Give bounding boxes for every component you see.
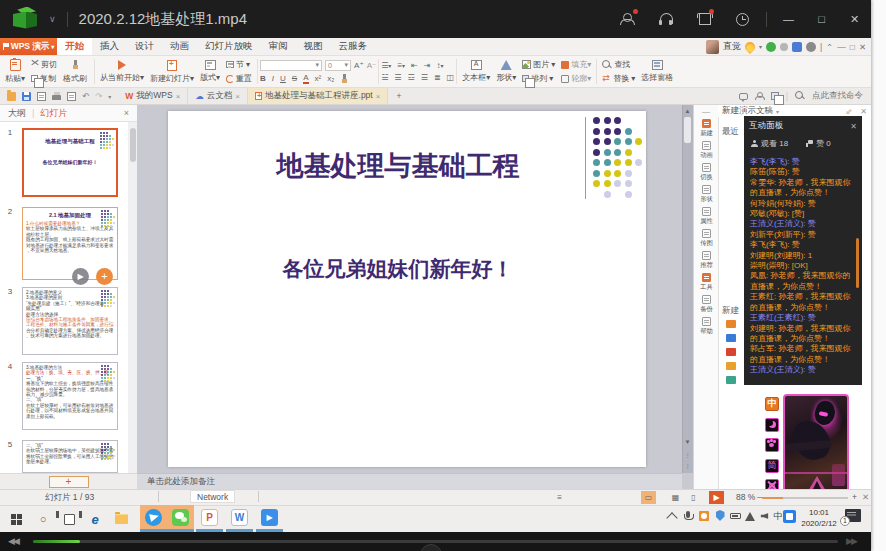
close-tab-icon[interactable]: × [235,92,240,101]
docer-icon[interactable] [792,42,802,52]
slide-area-scrollbar-thumb[interactable] [684,117,691,143]
decrease-font-icon[interactable]: A⁻ [367,61,377,70]
slide-thumbnail-1[interactable]: 地基处理与基础工程 各位兄弟姐妹们新年好！ [22,128,118,197]
fill-button[interactable]: 填充▾ [561,59,591,70]
hot-flame-icon[interactable] [743,39,757,53]
ime-effects-button[interactable] [765,438,779,452]
next-slide-button[interactable]: ⋮ [683,461,692,471]
rail-item[interactable]: 帮助 [699,317,714,336]
player-progress-track[interactable] [33,540,838,543]
reading-view-icon[interactable]: ▯ [686,491,701,504]
add-slide-button[interactable]: + [49,476,89,488]
add-slide-quick-button[interactable]: + [96,268,113,285]
template-icon[interactable] [726,320,736,328]
slides-panel-scrollbar[interactable] [128,122,137,473]
tray-expand-icon[interactable] [664,510,680,522]
panel-icon[interactable] [771,92,779,100]
zoom-in-icon[interactable]: + [852,492,857,502]
help-icon[interactable] [806,42,816,52]
chat-close-icon[interactable]: ✕ [850,122,857,131]
ime-skin-game-card[interactable] [783,394,849,496]
export-icon[interactable] [37,92,46,101]
menu-tab[interactable]: 开始 [57,38,92,55]
taskbar-app-w[interactable]: W [226,505,253,529]
font-size-select[interactable]: 0▾ [325,60,351,71]
slideshow-play-icon[interactable]: ▶ [709,491,724,504]
layout-button[interactable]: 版式▾ [197,60,223,83]
cortana-icon[interactable]: ○ [33,509,53,529]
shapes-button[interactable]: 形状▾ [493,60,519,83]
ime-simplified-button[interactable]: 简 [765,459,779,473]
menu-tab[interactable]: 审阅 [261,38,296,55]
template-icon[interactable] [726,348,736,356]
collapse-rail-icon[interactable]: — [702,107,710,116]
font-family-select[interactable]: ▾ [260,60,322,71]
columns-icon[interactable]: ◫ [447,73,455,82]
play-slide-button[interactable]: ▶ [72,268,89,285]
sync-icon[interactable] [766,42,776,52]
taskbar-app-browser[interactable] [140,505,167,529]
previous-slide-button[interactable]: ⋮ [683,450,692,460]
increase-font-icon[interactable]: A⁺ [354,61,364,70]
tray-mic-icon[interactable] [680,510,696,518]
notes-toggle-icon[interactable]: ≡ [552,491,567,504]
italic-button[interactable]: I [272,74,274,83]
template-icon[interactable] [726,334,736,342]
rail-item[interactable]: 推荐 [699,251,714,270]
chat-scrollbar-thumb[interactable] [856,238,859,288]
rail-item[interactable]: 属性 [699,207,714,226]
user-name[interactable]: 直觉 [723,40,741,53]
player-menu-chevron-icon[interactable]: ∨ [49,14,56,24]
slide-sorter-icon[interactable]: ▦ [668,491,683,504]
search-command-icon[interactable] [795,91,805,101]
share-users-icon[interactable] [609,6,647,32]
rail-item[interactable]: 传图 [699,229,714,248]
close-tab-icon[interactable]: × [376,92,381,101]
maximize-button[interactable]: □ [805,6,838,32]
minimize-button[interactable]: — [772,6,805,32]
print-icon[interactable] [52,95,61,100]
headphones-icon[interactable] [647,6,685,32]
bold-button[interactable]: B [260,74,266,83]
assistant-icon[interactable] [755,92,764,100]
cut-button[interactable]: 剪切 [31,59,57,70]
doc-tab-cloud-docs[interactable]: ☁云文档× [188,88,248,104]
align-right-icon[interactable]: ☲ [408,73,415,82]
reset-button[interactable]: 重置 [226,73,252,84]
taskbar-app-wps[interactable]: P [196,505,223,529]
task-view-icon[interactable] [59,509,79,529]
wps-restore-button[interactable]: □ [850,42,855,52]
scroll-up-icon[interactable]: ▲ [683,106,692,116]
tray-battery-icon[interactable] [727,510,743,519]
new-slide-button[interactable]: 新建幻灯片▾ [147,60,197,84]
file-explorer-icon[interactable] [111,509,131,529]
slide-thumbnail-5[interactable]: 二、“填”在软弱土层较厚的场地中，某些建筑物不需将软弱土全部挖除置换，可采用人工… [22,440,118,473]
ribbon-collapse-icon[interactable]: ⌃ [826,42,833,52]
align-left-icon[interactable]: ☱ [381,73,388,82]
align-center-icon[interactable]: ☰ [394,73,401,82]
undo-icon[interactable]: ↶ [82,91,89,101]
menu-tab[interactable]: 幻灯片放映 [197,38,261,55]
menu-tab[interactable]: 视图 [296,38,331,55]
number-list-icon[interactable]: ≡▾ [397,61,405,70]
section-button[interactable]: 节▾ [226,59,252,70]
edge-icon[interactable]: e [85,509,105,529]
picture-button[interactable]: 图片▾ [522,59,555,70]
template-icon[interactable] [726,362,736,370]
slide-thumbnail-4[interactable]: 3.地基处理的方法处理方法：换、填、夯、压、挤、拌、固一、“换”将基坑下的软土挖… [22,362,118,430]
increase-indent-icon[interactable]: ⇥ [424,61,431,70]
justify-icon[interactable]: ☰ [421,73,428,82]
forward-button[interactable]: ▶▶ [846,536,856,546]
doc-tab-my-wps[interactable]: W我的WPS× [118,88,188,104]
notes-bar[interactable]: 单击此处添加备注 [137,473,682,489]
save-icon[interactable] [22,92,31,101]
text-box-button[interactable]: 文本框▾ [459,60,493,83]
superscript-button[interactable]: x² [315,74,322,83]
skin-icon[interactable] [685,6,723,32]
tray-app-icon[interactable] [696,510,712,521]
underline-button[interactable]: U [280,74,286,83]
preview-icon[interactable] [67,92,76,101]
taskbar-clock[interactable]: 10:012020/2/12 [793,507,845,529]
redo-icon[interactable]: ↷ [95,91,102,101]
format-painter-button[interactable]: 格式刷 [60,60,90,84]
